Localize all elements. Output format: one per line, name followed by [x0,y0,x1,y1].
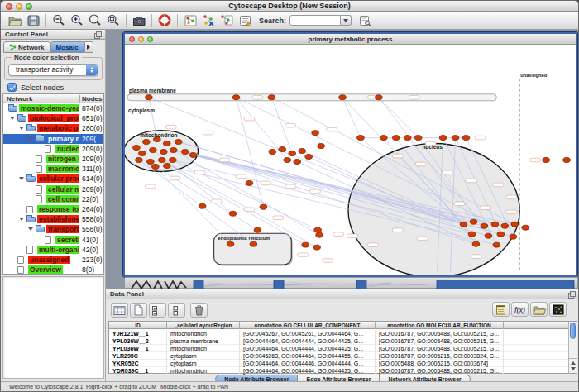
tree-row[interactable]: nucleobase-209(0) [3,144,103,154]
tree-row[interactable]: cell communicat22(0) [3,194,103,204]
network-node[interactable] [339,95,347,100]
network-node[interactable] [164,141,171,146]
network-node[interactable] [232,95,240,100]
network-node[interactable] [305,155,313,160]
table-row[interactable]: YKR052Ccytoplasm[GO:0044464, GO:0044446,… [109,360,569,367]
network-canvas[interactable]: plasma membrane cytoplasm mitochondrion … [125,45,576,275]
table-row[interactable]: YPL036W__1mitochondrion[GO:0044464, GO:0… [109,345,569,352]
network-node[interactable] [460,222,467,227]
tab-network[interactable]: Network [3,41,50,53]
select-all-attributes-button[interactable] [149,303,166,318]
birdseye-view[interactable] [2,276,104,379]
network-node[interactable] [404,136,411,141]
network-node[interactable] [268,95,275,100]
network-node[interactable] [302,242,309,247]
tree-header-network[interactable]: Network [7,94,33,103]
column-header[interactable] [504,322,569,329]
scroll-down-icon[interactable] [571,367,576,370]
expander-icon[interactable] [19,177,24,180]
tree-row[interactable]: unassigned223(0) [3,255,103,265]
network-view-window[interactable]: primary metabolic process plasma membran… [123,32,577,277]
network-node[interactable] [563,158,571,163]
network-node[interactable] [260,204,267,209]
tree-row[interactable]: primary metabo209(... [3,134,103,144]
select-attributes-button[interactable] [111,303,128,318]
tree-row[interactable]: cellular metabol209(0) [3,184,103,194]
float-icon[interactable] [568,291,576,299]
network-node[interactable] [316,232,323,237]
network-node[interactable] [164,163,171,168]
network-node[interactable] [522,225,529,230]
zoom-fit-button[interactable] [104,12,122,28]
scroll-up-icon[interactable] [571,361,576,365]
table-row[interactable]: YPL036W__2plasma membrane[GO:0044464, GO… [109,337,569,345]
new-attribute-button[interactable] [130,303,147,318]
snapshot-button[interactable] [130,12,148,28]
network-node[interactable] [159,158,166,163]
network-node[interactable] [452,136,459,141]
tree-row[interactable]: biological_process651(0) [3,113,103,123]
notepad-button[interactable] [492,302,510,317]
node-color-dropdown[interactable]: transporter activity [8,64,98,76]
expander-icon[interactable] [19,218,24,221]
network-graph[interactable]: plasma membrane cytoplasm mitochondrion … [125,45,574,275]
import-attributes-button[interactable] [530,302,548,317]
network-node[interactable] [152,164,160,169]
tree-row[interactable]: response to stimulu264(0) [3,204,103,214]
expander-icon[interactable] [19,127,24,130]
network-node[interactable] [189,153,197,158]
network-node[interactable] [199,203,206,208]
network-node[interactable] [181,150,189,155]
network-node[interactable] [146,95,153,100]
tree-row[interactable]: cellular process614(0) [3,174,103,184]
network-node[interactable] [294,160,301,165]
network-node[interactable] [175,140,182,145]
network-window-titlebar[interactable]: primary metabolic process [125,34,576,45]
create-network-view-button[interactable] [181,12,199,28]
expander-icon[interactable] [28,227,33,231]
tree-row[interactable]: secretion41(0) [3,235,103,245]
column-header[interactable]: ID [109,322,167,329]
network-node[interactable] [357,136,365,141]
network-node[interactable] [136,158,143,163]
network-node[interactable] [491,222,499,227]
search-input[interactable] [290,15,341,26]
network-node[interactable] [299,149,306,154]
layout-b-button[interactable] [218,12,236,28]
network-node[interactable] [543,158,550,163]
network-node[interactable] [269,150,276,155]
network-node[interactable] [439,136,447,141]
network-node[interactable] [150,148,157,153]
network-node[interactable] [414,136,422,141]
search-dropdown-arrow[interactable] [341,15,352,26]
network-node[interactable] [481,223,488,228]
column-header[interactable]: annotation.GO CELLULAR_COMPONENT [240,322,376,329]
tree-header-nodes[interactable]: Nodes [82,94,102,103]
network-node[interactable] [160,150,168,155]
network-node[interactable] [143,140,151,145]
network-node[interactable] [462,136,470,141]
matrix-view-button[interactable] [549,302,567,317]
tree-row[interactable]: mosaic-demo-yeast874(0) [3,103,103,113]
tree-row[interactable]: transport558(0) [3,224,103,234]
zoom-in-button[interactable] [68,12,86,28]
network-node[interactable] [501,223,509,228]
tab-mosaic[interactable]: Mosaic [50,41,84,53]
expander-icon[interactable] [10,117,15,120]
network-node[interactable] [284,158,291,163]
unselect-all-attributes-button[interactable] [168,303,185,318]
zoom-out-button[interactable] [50,12,68,28]
scrollbar-thumb[interactable] [570,323,576,339]
network-node[interactable] [470,219,477,224]
help-button[interactable] [156,12,174,28]
network-node[interactable] [313,245,321,250]
tree-row[interactable]: nitrogen compo209(0) [3,154,103,164]
table-row[interactable]: YLR295Ccytoplasm[GO:0045263, GO:0044464,… [109,352,569,360]
table-row[interactable]: YDR039C__1mitochondrion[GO:0044464, GO:0… [109,367,569,375]
network-node[interactable] [229,211,237,216]
window-titlebar[interactable]: Cytoscape Desktop (New Session) [1,1,578,12]
network-node[interactable] [139,151,146,156]
network-node[interactable] [133,146,141,151]
network-node[interactable] [376,95,383,100]
tab-overflow-button[interactable] [84,41,93,53]
